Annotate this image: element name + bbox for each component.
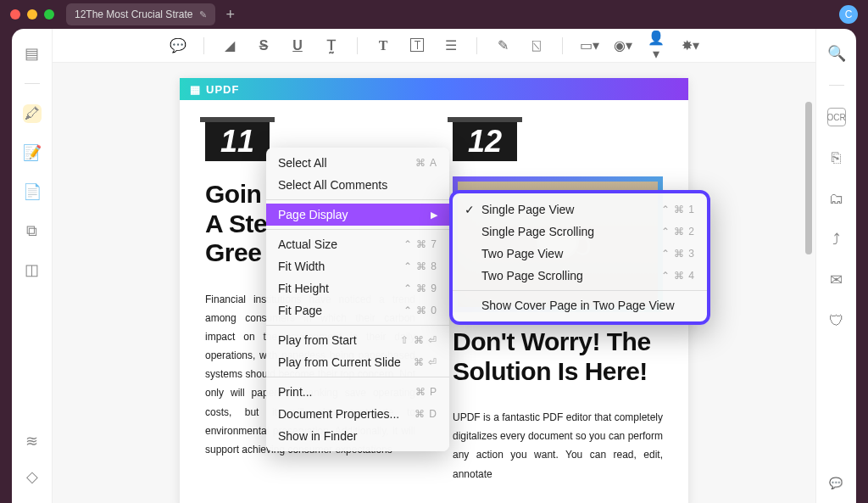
ocr-icon[interactable]: OCR [827, 108, 846, 126]
layers-icon[interactable]: ≋ [23, 432, 42, 450]
chevron-right-icon: ▶ [431, 210, 437, 221]
menu-separator [266, 229, 449, 230]
window-controls [10, 9, 54, 20]
menu-separator [453, 290, 707, 291]
separator [476, 37, 477, 54]
scrollbar-thumb[interactable] [805, 102, 812, 254]
right-sidebar: 🔍 OCR ⎘ 🗂 ⤴ ✉ 🛡 [815, 29, 856, 503]
separator [25, 83, 40, 84]
annotation-toolbar: 💬 ◢ S U T̰ T 🅃 ☰ ✎ ⍂ ▭▾ ◉▾ 👤▾ ✸▾ [53, 29, 815, 63]
edit-icon[interactable]: 📝 [23, 143, 42, 162]
export-icon[interactable]: ⎘ [827, 148, 846, 167]
menu-select-all[interactable]: Select All⌘ A [266, 152, 449, 174]
submenu-single-page-view[interactable]: ✓Single Page View⌃ ⌘ 1 [453, 198, 707, 221]
menu-separator [266, 199, 449, 200]
page-display-submenu: ✓Single Page View⌃ ⌘ 1 Single Page Scrol… [449, 190, 710, 325]
edit-tab-icon: ✎ [199, 9, 207, 20]
search-icon[interactable]: 🔍 [827, 44, 846, 63]
pen-tool-icon[interactable]: ✎ [494, 37, 511, 53]
highlighter-icon[interactable]: 🖍 [23, 104, 42, 123]
submenu-single-page-scrolling[interactable]: Single Page Scrolling⌃ ⌘ 2 [453, 221, 707, 243]
submenu-cover-page[interactable]: Show Cover Page in Two Page View [453, 294, 707, 316]
context-menu: Select All⌘ A Select All Comments Page D… [266, 148, 449, 451]
reader-icon[interactable]: ▤ [23, 44, 42, 63]
organize-icon[interactable]: 🗂 [827, 189, 846, 208]
brand-icon: ▦ [190, 83, 201, 96]
protect-icon[interactable]: 🛡 [827, 311, 846, 330]
close-window[interactable] [10, 9, 20, 20]
titlebar: 12The Most Crucial Strate ✎ + C [0, 0, 868, 29]
menu-print[interactable]: Print...⌘ P [266, 381, 449, 403]
menu-play-start[interactable]: Play from Start⇧ ⌘ ⏎ [266, 329, 449, 351]
menu-fit-height[interactable]: Fit Height⌃ ⌘ 9 [266, 277, 449, 299]
brand-label: UPDF [206, 83, 239, 96]
menu-doc-properties[interactable]: Document Properties...⌘ D [266, 403, 449, 425]
menu-separator [266, 325, 449, 326]
highlight-tool-icon[interactable]: ◢ [221, 37, 238, 53]
separator [357, 37, 358, 54]
document-tab[interactable]: 12The Most Crucial Strate ✎ [66, 3, 215, 25]
mail-icon[interactable]: ✉ [827, 271, 846, 289]
scrollbar[interactable] [805, 102, 812, 495]
textbox-tool-icon[interactable]: 🅃 [409, 38, 426, 53]
compare-icon[interactable]: ◫ [23, 260, 42, 279]
menu-actual-size[interactable]: Actual Size⌃ ⌘ 7 [266, 233, 449, 255]
shape-tool-icon[interactable]: ▭▾ [580, 37, 597, 53]
comment-panel-icon[interactable]: 💬 [819, 466, 853, 500]
menu-play-current[interactable]: Play from Current Slide⌘ ⏎ [266, 351, 449, 373]
user-avatar[interactable]: C [839, 5, 858, 24]
zoom-window[interactable] [44, 9, 54, 20]
menu-fit-width[interactable]: Fit Width⌃ ⌘ 8 [266, 255, 449, 277]
separator [829, 85, 844, 86]
body-text: UPDF is a fantastic PDF editor that comp… [453, 408, 663, 483]
page-header: ▦ UPDF [180, 78, 688, 100]
share-icon[interactable]: ⤴ [827, 230, 846, 249]
separator [203, 37, 204, 54]
new-tab-button[interactable]: + [225, 6, 235, 24]
page-icon[interactable]: 📄 [23, 182, 42, 201]
squiggly-tool-icon[interactable]: T̰ [323, 37, 340, 53]
menu-select-all-comments[interactable]: Select All Comments [266, 174, 449, 196]
bookmark-icon[interactable]: ◇ [23, 467, 42, 486]
tab-title: 12The Most Crucial Strate [75, 8, 192, 20]
minimize-window[interactable] [27, 9, 37, 20]
left-sidebar: ▤ 🖍 📝 📄 ⧉ ◫ ≋ ◇ [12, 29, 53, 503]
eraser-tool-icon[interactable]: ⍂ [528, 38, 545, 53]
text-tool-icon[interactable]: T [375, 38, 392, 53]
separator [562, 37, 563, 54]
menu-page-display[interactable]: Page Display▶ [266, 204, 449, 226]
signature-tool-icon[interactable]: 👤▾ [648, 30, 665, 62]
callout-tool-icon[interactable]: ☰ [442, 37, 459, 53]
section-number: 11 [205, 122, 270, 161]
crop-icon[interactable]: ⧉ [23, 221, 42, 240]
submenu-two-page-view[interactable]: Two Page View⌃ ⌘ 3 [453, 243, 707, 265]
menu-separator [266, 377, 449, 377]
strike-tool-icon[interactable]: S [255, 38, 272, 53]
menu-show-finder[interactable]: Show in Finder [266, 425, 449, 447]
check-icon: ✓ [465, 203, 478, 216]
sticker-tool-icon[interactable]: ✸▾ [682, 37, 698, 53]
underline-tool-icon[interactable]: U [289, 38, 306, 53]
heading: Don't Worry! The Solution Is Here! [453, 327, 663, 386]
menu-fit-page[interactable]: Fit Page⌃ ⌘ 0 [266, 299, 449, 321]
stamp-tool-icon[interactable]: ◉▾ [614, 37, 631, 53]
submenu-two-page-scrolling[interactable]: Two Page Scrolling⌃ ⌘ 4 [453, 265, 707, 287]
section-number: 12 [453, 122, 517, 161]
comment-tool-icon[interactable]: 💬 [170, 37, 186, 53]
